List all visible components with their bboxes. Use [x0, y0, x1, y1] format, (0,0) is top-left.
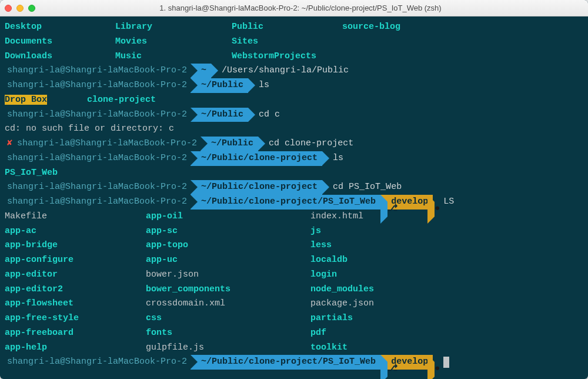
list-item: app-ac [5, 224, 146, 239]
list-item: toolkit [310, 341, 374, 355]
list-item: index.html [310, 210, 374, 224]
list-item: app-sc [146, 224, 310, 239]
command-text: /Users/shangri-la/Public [211, 64, 349, 78]
prompt-line-current: shangri-la@Shangri-laMacBook-Pro-2 ~/Pub… [5, 355, 583, 370]
prompt-line-git: shangri-la@Shangri-laMacBook-Pro-2 ~/Pub… [5, 195, 583, 210]
git-branch-segment: develop [380, 195, 433, 210]
ls-col: source-blog [342, 20, 400, 64]
list-item: app-topo [146, 238, 310, 253]
ls-col: index.htmljslesslocaldbloginnode_modules… [310, 210, 374, 355]
prompt-host: shangri-la@Shangri-laMacBook-Pro-2 [5, 355, 191, 370]
close-icon[interactable] [5, 5, 12, 12]
list-item-highlighted: Drop Box [5, 95, 47, 105]
list-item: clone-project [87, 95, 156, 105]
list-item: package.json [310, 297, 374, 311]
titlebar[interactable]: 1. shangri-la@Shangri-laMacBook-Pro-2: ~… [0, 0, 588, 16]
list-item: Movies [115, 35, 232, 49]
list-item: js [310, 224, 374, 239]
list-item: Library [115, 20, 232, 35]
list-item: fonts [146, 326, 310, 341]
prompt-path: ~/Public/clone-project/PS_IoT_Web [191, 195, 380, 210]
prompt-path: ~/Public/clone-project [191, 151, 322, 166]
list-item: css [146, 311, 310, 326]
error-x-icon: ✘ [5, 137, 15, 151]
list-item: app-freeboard [5, 326, 146, 341]
prompt-path: ~/Public [191, 78, 248, 93]
list-item: app-flowsheet [5, 297, 146, 311]
list-item: Sites [232, 35, 342, 49]
list-item: node_modules [310, 282, 374, 297]
terminal-window: 1. shangri-la@Shangri-laMacBook-Pro-2: ~… [0, 0, 588, 379]
ls-col: Library Movies Music [115, 20, 232, 64]
list-item: Desktop [5, 20, 115, 35]
command-text: cd PS_IoT_Web [322, 180, 402, 195]
command-text: cd clone-project [258, 137, 353, 151]
window-title: 1. shangri-la@Shangri-laMacBook-Pro-2: ~… [18, 4, 583, 12]
list-item: bower.json [146, 268, 310, 282]
ls-output-home: Desktop Documents Downloads Library Movi… [5, 20, 583, 64]
terminal-content[interactable]: Desktop Documents Downloads Library Movi… [0, 16, 588, 379]
ls-col: Makefileapp-acapp-bridgeapp-configureapp… [5, 210, 146, 355]
list-item: Music [115, 49, 232, 64]
error-text: cd: no such file or directory: c [5, 122, 583, 137]
prompt-line-error: ✘ shangri-la@Shangri-laMacBook-Pro-2 ~/P… [5, 137, 583, 151]
prompt-line: shangri-la@Shangri-laMacBook-Pro-2 ~/Pub… [5, 151, 583, 166]
ls-col: app-oilapp-scapp-topoapp-ucbower.jsonbow… [146, 210, 310, 355]
ls-output-public: Drop Box clone-project [5, 93, 583, 108]
prompt-path: ~/Public [191, 108, 248, 122]
list-item: Makefile [5, 210, 146, 224]
list-item: localdb [310, 253, 374, 268]
list-item: WebstormProjects [232, 49, 342, 64]
list-item: app-uc [146, 253, 310, 268]
list-item: bower_components [146, 282, 310, 297]
list-item: app-configure [5, 253, 146, 268]
list-item: login [310, 268, 374, 282]
prompt-line: shangri-la@Shangri-laMacBook-Pro-2 ~/Pub… [5, 78, 583, 93]
ls-output-project: Makefileapp-acapp-bridgeapp-configureapp… [5, 210, 583, 355]
list-item: less [310, 238, 374, 253]
prompt-host: shangri-la@Shangri-laMacBook-Pro-2 [15, 137, 201, 151]
prompt-path: ~/Public/clone-project/PS_IoT_Web [191, 355, 380, 370]
prompt-path: ~/Public [201, 137, 258, 151]
list-item: PS_IoT_Web [5, 166, 583, 181]
list-item: app-editor2 [5, 282, 146, 297]
list-item: Downloads [5, 49, 115, 64]
list-item: app-free-style [5, 311, 146, 326]
prompt-line: shangri-la@Shangri-laMacBook-Pro-2 ~/Pub… [5, 108, 583, 122]
list-item: app-bridge [5, 238, 146, 253]
list-item: gulpfile.js [146, 341, 310, 355]
prompt-host: shangri-la@Shangri-laMacBook-Pro-2 [5, 151, 191, 166]
prompt-line: shangri-la@Shangri-laMacBook-Pro-2 ~ /Us… [5, 64, 583, 78]
list-item: app-help [5, 341, 146, 355]
prompt-host: shangri-la@Shangri-laMacBook-Pro-2 [5, 195, 191, 210]
prompt-host: shangri-la@Shangri-laMacBook-Pro-2 [5, 108, 191, 122]
prompt-host: shangri-la@Shangri-laMacBook-Pro-2 [5, 180, 191, 195]
prompt-path: ~/Public/clone-project [191, 180, 322, 195]
ls-col: Public Sites WebstormProjects [232, 20, 342, 64]
list-item: app-editor [5, 268, 146, 282]
list-item: pdf [310, 326, 374, 341]
git-branch-segment: develop [380, 355, 433, 370]
list-item: app-oil [146, 210, 310, 224]
prompt-host: shangri-la@Shangri-laMacBook-Pro-2 [5, 64, 191, 78]
cursor-icon [443, 357, 449, 368]
list-item: source-blog [342, 20, 400, 35]
prompt-line: shangri-la@Shangri-laMacBook-Pro-2 ~/Pub… [5, 180, 583, 195]
ls-col: Desktop Documents Downloads [5, 20, 115, 64]
list-item: crossdomain.xml [146, 297, 310, 311]
prompt-host: shangri-la@Shangri-laMacBook-Pro-2 [5, 78, 191, 93]
list-item: Documents [5, 35, 115, 49]
list-item: partials [310, 311, 374, 326]
list-item: Public [232, 20, 342, 35]
